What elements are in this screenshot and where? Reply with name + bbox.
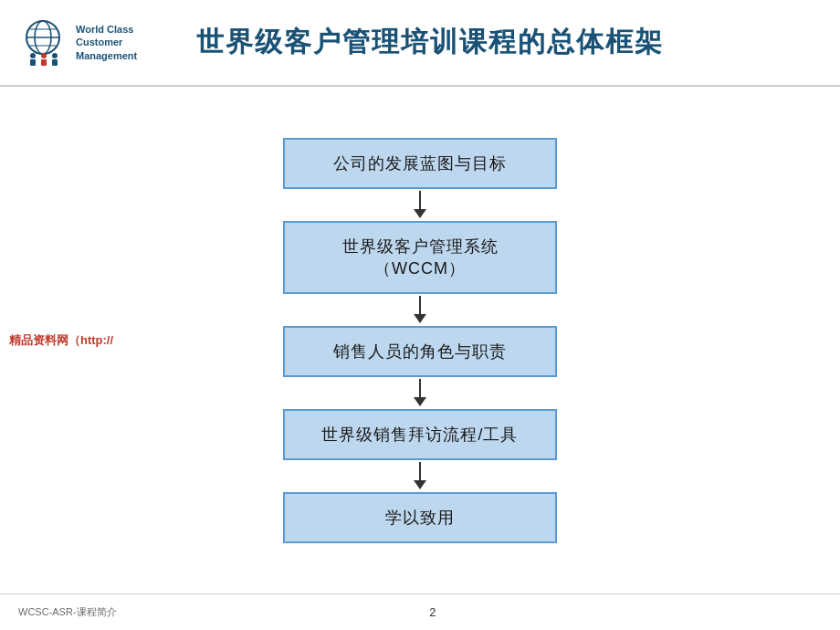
svg-rect-6 [30,59,36,66]
watermark: 精品资料网（http:// [9,332,113,349]
arrow-head-2 [414,314,426,323]
logo-text: World Class Customer Management [76,23,137,62]
flow-box-4: 世界级销售拜访流程/工具 [283,409,557,460]
arrow-4 [414,460,426,492]
arrow-line-1 [419,191,421,209]
flowchart: 公司的发展蓝图与目标 世界级客户管理系统（WCCM） 销售人员的角色与职责 世界… [283,129,557,552]
arrow-head-4 [414,480,426,489]
flow-box-1: 公司的发展蓝图与目标 [283,138,557,189]
svg-point-7 [41,53,47,58]
arrow-line-4 [419,462,421,480]
arrow-2 [414,294,426,326]
arrow-head-1 [414,209,426,218]
arrow-line-3 [419,379,421,397]
arrow-3 [414,377,426,409]
flow-box-5: 学以致用 [283,492,557,543]
arrow-head-3 [414,397,426,406]
footer-page-number: 2 [429,605,436,619]
logo-area: World Class Customer Management [18,17,178,68]
svg-point-9 [52,53,58,58]
arrow-line-2 [419,296,421,314]
page-title: 世界级客户管理培训课程的总体框架 [196,24,664,61]
flow-box-3: 销售人员的角色与职责 [283,326,557,377]
svg-rect-8 [41,59,47,66]
svg-rect-10 [52,59,58,66]
flow-box-2: 世界级客户管理系统（WCCM） [283,221,557,294]
arrow-1 [414,189,426,221]
footer-left: WCSC-ASR-课程简介 [18,605,117,619]
svg-point-5 [30,53,36,58]
logo-icon [18,17,68,68]
main-content: 精品资料网（http:// 公司的发展蓝图与目标 世界级客户管理系统（WCCM）… [0,87,840,593]
header: World Class Customer Management 世界级客户管理培… [0,0,840,87]
footer: WCSC-ASR-课程简介 2 [0,593,840,630]
